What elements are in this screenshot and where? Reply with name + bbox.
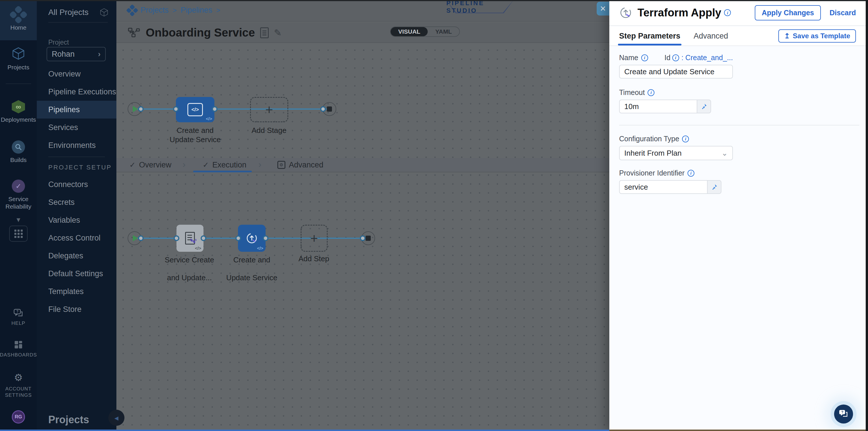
edge-connector-dot[interactable] (263, 235, 269, 241)
sidenav-item-pipeline-executions[interactable]: Pipeline Executions (37, 83, 116, 101)
sidenav-item-default-settings[interactable]: Default Settings (37, 265, 116, 283)
pipeline-graph-icon (128, 28, 141, 38)
pushpin-icon (701, 103, 707, 110)
sidenav-item-connectors[interactable]: Connectors (37, 175, 116, 193)
home-block[interactable]: Home (0, 8, 37, 31)
custom-stage-icon: </> (187, 103, 203, 116)
chevron-down-icon: ⌄ (721, 149, 728, 158)
toggle-yaml[interactable]: YAML (428, 27, 459, 36)
edge-connector-dot[interactable] (138, 106, 144, 112)
edge-connector-dot[interactable] (174, 235, 179, 241)
terraform-logo-icon (190, 238, 196, 244)
terraform-apply-icon (245, 232, 258, 245)
step1-label-line2: and Update... (158, 273, 221, 282)
stop-icon (366, 236, 371, 241)
info-icon[interactable]: i (672, 54, 679, 61)
rail-item-projects[interactable]: Projects (0, 46, 37, 71)
user-avatar[interactable]: RG (0, 410, 37, 424)
canvas-bottom-scrollbar[interactable] (0, 430, 609, 431)
tab-overview[interactable]: ✓ Overview (129, 158, 171, 172)
info-icon[interactable]: i (687, 170, 694, 177)
edge-connector-dot[interactable] (138, 235, 144, 241)
breadcrumb-pipelines[interactable]: Pipelines (181, 6, 212, 15)
breadcrumb-separator: > (173, 6, 177, 15)
add-step-button[interactable]: + (301, 225, 328, 252)
chat-question-icon: ? (839, 409, 848, 419)
tab-advanced[interactable]: ⚙ Advanced (277, 158, 323, 172)
edge-connector-dot[interactable] (360, 235, 366, 241)
config-type-select[interactable]: Inherit From Plan ⌄ (619, 146, 733, 160)
rail-item-home[interactable]: Home (0, 0, 37, 40)
stage-label-line1: Create and (163, 126, 227, 135)
apply-changes-button[interactable]: Apply Changes (755, 5, 821, 21)
toggle-visual[interactable]: VISUAL (391, 27, 428, 36)
check-icon: ✓ (203, 161, 209, 169)
project-selector[interactable]: Rohan › (46, 47, 106, 61)
notes-icon[interactable] (260, 27, 269, 38)
stage-node-create-update-service[interactable]: </> </> (176, 97, 214, 122)
info-icon[interactable]: i (641, 54, 648, 61)
timeout-input[interactable] (619, 99, 697, 113)
sidenav-item-pipelines[interactable]: Pipelines (37, 101, 116, 118)
rail-item-deployments[interactable]: ∞ Deployments (0, 100, 37, 123)
sidenav-item-overview[interactable]: Overview (37, 65, 116, 83)
breadcrumb-projects[interactable]: Projects (141, 6, 169, 15)
svg-text:?: ? (841, 410, 843, 414)
name-label: Name (619, 54, 638, 62)
sidenav-item-access-control[interactable]: Access Control (37, 229, 116, 247)
sidenav-item-services[interactable]: Services (37, 118, 116, 136)
step-node-terraform-apply-selected[interactable]: </> (238, 225, 266, 252)
builds-icon (12, 140, 25, 154)
rail-item-service-reliability[interactable]: ✓ Service Reliability (0, 179, 37, 210)
edge-connector-dot[interactable] (320, 106, 326, 112)
step-node-terraform-plan[interactable]: </> (177, 225, 204, 252)
sidenav-item-variables[interactable]: Variables (37, 211, 116, 229)
provisioner-input[interactable] (619, 180, 708, 194)
rail-item-help[interactable]: ? HELP (0, 309, 37, 326)
pin-input-type-button[interactable] (697, 99, 711, 113)
sidenav-item-environments[interactable]: Environments (37, 136, 116, 154)
add-stage-button[interactable]: + (250, 97, 288, 122)
edge-connector-dot[interactable] (212, 106, 218, 112)
cube-icon (99, 7, 109, 17)
edge-connector-dot[interactable] (236, 235, 241, 241)
edit-pencil-icon[interactable]: ✎ (274, 27, 282, 38)
rail-item-account-settings[interactable]: ⚙ ACCOUNT SETTINGS (0, 372, 37, 398)
window-top-edge (0, 0, 868, 1)
sidenav-footer-title: Projects (48, 414, 89, 426)
close-icon: ✕ (600, 4, 606, 13)
discard-button[interactable]: Discard (830, 9, 856, 17)
breadcrumb: Projects > Pipelines > (128, 6, 220, 15)
edge-connector-dot[interactable] (200, 235, 206, 241)
pin-input-type-button[interactable] (708, 180, 721, 194)
tab-advanced-label: Advanced (289, 161, 323, 169)
tab-execution[interactable]: ✓ Execution (203, 158, 246, 172)
save-as-template-button[interactable]: ↥ Save as Template (778, 29, 856, 42)
id-value-link[interactable]: : Create_and_... (681, 54, 733, 62)
tab-step-parameters[interactable]: Step Parameters (619, 26, 680, 46)
info-icon[interactable]: i (682, 136, 689, 142)
tab-advanced[interactable]: Advanced (693, 26, 728, 46)
rail-label-srm-2: Reliability (5, 203, 31, 210)
sidenav-item-file-store[interactable]: File Store (37, 300, 116, 318)
sidenav-item-delegates[interactable]: Delegates (37, 247, 116, 265)
rail-item-builds[interactable]: Builds (0, 140, 37, 164)
rail-caret[interactable]: ▾ (0, 215, 37, 224)
help-chat-fab[interactable]: ? (834, 405, 853, 424)
pipeline-canvas: Projects > Pipelines > PIPELINE STUDIO O… (116, 0, 609, 431)
rail-apps-button[interactable] (0, 226, 37, 242)
gear-icon: ⚙ (14, 372, 23, 383)
name-input[interactable] (619, 65, 733, 79)
info-icon[interactable]: i (648, 89, 654, 96)
sidenav-collapse-button[interactable]: ◂ (108, 410, 124, 426)
info-icon[interactable]: i (724, 9, 731, 16)
sidenav-header[interactable]: All Projects (48, 7, 109, 17)
edge-connector-dot[interactable] (173, 106, 179, 112)
config-type-label-row: Configuration Type i (619, 135, 858, 143)
tab-overview-label: Overview (139, 161, 172, 169)
sidenav-item-secrets[interactable]: Secrets (37, 193, 116, 211)
rail-item-dashboards[interactable]: DASHBOARDS (0, 340, 37, 358)
sidenav-item-templates[interactable]: Templates (37, 283, 116, 300)
drawer-close-button[interactable]: ✕ (597, 2, 609, 16)
all-projects-label: All Projects (48, 8, 89, 17)
